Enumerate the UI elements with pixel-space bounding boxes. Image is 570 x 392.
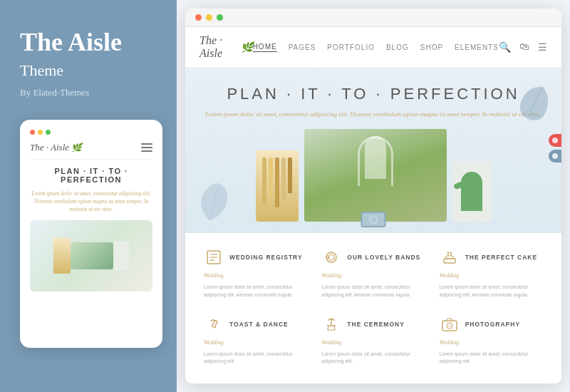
feature-ceremony-desc: Lorem ipsum dolor sit amet, consectetur … xyxy=(321,351,425,366)
hero-ring-image xyxy=(361,212,386,227)
browser-dot-green xyxy=(217,14,223,21)
site-logo: The · Aisle 🌿 xyxy=(200,34,253,60)
hero-section: PLAN · IT · TO · PERFECTION Lorem ipsum … xyxy=(185,68,561,233)
feature-dance-header: TOAST & DANCE xyxy=(204,314,307,334)
mobile-hero-body: Lorem ipsum dolor sit amet, consectetur … xyxy=(30,190,152,214)
mobile-pencils-image xyxy=(53,238,71,274)
feature-photography: PHOTOGRAPHY Wedding Lorem ipsum dolor si… xyxy=(432,309,550,375)
mobile-nav-bar: The · Aisle 🌿 xyxy=(30,142,152,160)
left-panel: The Aisle Theme By Elated-Themes The · A… xyxy=(0,0,177,392)
blue-badge-bottom xyxy=(549,150,561,163)
site-nav-icons: 🔍 🛍 ☰ xyxy=(499,41,547,53)
mobile-hero-headline: PLAN · IT · TO · PERFECTION xyxy=(30,167,152,184)
browser-toolbar xyxy=(185,9,561,27)
nav-link-portfolio[interactable]: PORTFOLIO xyxy=(327,43,375,51)
feature-dance-tag: Wedding xyxy=(204,339,307,346)
mobile-hero-image xyxy=(30,220,152,292)
search-icon[interactable]: 🔍 xyxy=(499,41,511,53)
feature-registry-title: WEDDING REGISTRY xyxy=(229,254,303,261)
hero-images-row xyxy=(200,129,547,222)
feature-bands-tag: Wedding xyxy=(321,272,425,279)
feature-lovely-bands: OUR LOVELY BANDS Wedding Lorem ipsum dol… xyxy=(314,242,432,308)
feature-registry-header: WEDDING REGISTRY xyxy=(204,247,307,267)
mobile-preview-card: The · Aisle 🌿 PLAN · IT · TO · PERFECTIO… xyxy=(20,120,162,348)
dance-icon xyxy=(204,314,224,334)
feature-cake-title: THE PERFECT CAKE xyxy=(465,254,537,261)
feature-photo-desc: Lorem ipsum dolor sit amet, consectetur … xyxy=(440,351,543,366)
red-badge-top xyxy=(549,134,561,147)
bands-icon xyxy=(321,247,341,267)
mobile-site-logo: The · Aisle 🌿 xyxy=(30,142,82,153)
nav-link-elements[interactable]: ELEMENTS xyxy=(455,43,499,51)
mobile-dot-red xyxy=(30,130,35,135)
nav-link-blog[interactable]: BLOG xyxy=(386,43,409,51)
mobile-plant-image xyxy=(113,242,129,270)
feature-bands-title: OUR LOVELY BANDS xyxy=(347,254,420,261)
menu-icon[interactable]: ☰ xyxy=(538,41,547,53)
feature-ceremony-header: THE CEREMONY xyxy=(321,314,425,334)
mobile-main-image xyxy=(71,242,113,269)
svg-rect-9 xyxy=(444,259,455,263)
hero-plant-image xyxy=(452,161,492,222)
feature-cake-tag: Wedding xyxy=(440,272,543,279)
theme-title: The Aisle xyxy=(20,29,157,57)
site-nav-links: HOME PAGES PORTFOLIO BLOG SHOP ELEMENTS xyxy=(253,43,499,52)
svg-point-18 xyxy=(448,324,451,327)
feature-cake-header: THE PERFECT CAKE xyxy=(440,247,543,267)
theme-subtitle: Theme xyxy=(20,61,157,80)
mobile-logo-leaf-icon: 🌿 xyxy=(71,143,82,153)
mobile-window-dots xyxy=(30,130,152,135)
feature-toast-dance: TOAST & DANCE Wedding Lorem ipsum dolor … xyxy=(197,309,314,375)
feature-dance-title: TOAST & DANCE xyxy=(229,321,289,328)
nav-link-home[interactable]: HOME xyxy=(253,43,277,52)
mobile-dot-yellow xyxy=(38,130,43,135)
feature-bands-header: OUR LOVELY BANDS xyxy=(321,247,425,267)
site-logo-leaf-icon: 🌿 xyxy=(241,41,253,53)
nav-link-shop[interactable]: SHOP xyxy=(420,43,443,51)
browser-dot-yellow xyxy=(206,14,212,21)
cart-icon[interactable]: 🛍 xyxy=(519,41,529,53)
ceremony-icon xyxy=(321,314,341,334)
feature-cake-desc: Lorem ipsum dolor sit amet, consectetur … xyxy=(440,284,543,299)
right-panel: The · Aisle 🌿 HOME PAGES PORTFOLIO BLOG … xyxy=(177,0,570,392)
feature-ceremony: THE CEREMONY Wedding Lorem ipsum dolor s… xyxy=(314,309,432,375)
feature-ceremony-title: THE CEREMONY xyxy=(347,321,404,328)
hero-headline: PLAN · IT · TO · PERFECTION xyxy=(200,85,547,103)
feature-photo-tag: Wedding xyxy=(440,339,543,346)
cake-icon xyxy=(440,247,460,267)
registry-icon xyxy=(204,247,224,267)
nav-link-pages[interactable]: PAGES xyxy=(289,43,316,51)
svg-point-0 xyxy=(552,138,558,143)
feature-ceremony-tag: Wedding xyxy=(321,339,425,346)
feature-photo-header: PHOTOGRAPHY xyxy=(440,314,543,334)
photography-icon xyxy=(440,314,460,334)
feature-registry-tag: Wedding xyxy=(204,272,307,279)
mobile-hamburger-icon[interactable] xyxy=(141,143,152,152)
svg-point-13 xyxy=(447,252,448,254)
browser-window: The · Aisle 🌿 HOME PAGES PORTFOLIO BLOG … xyxy=(185,9,561,383)
feature-photo-title: PHOTOGRAPHY xyxy=(465,321,520,328)
svg-point-1 xyxy=(552,153,558,159)
svg-point-14 xyxy=(450,252,451,254)
feature-registry-desc: Lorem ipsum dolor sit amet, consectetur … xyxy=(204,284,307,299)
browser-dot-red xyxy=(195,14,202,21)
feature-dance-desc: Lorem ipsum dolor sit amet, consectetur … xyxy=(204,351,307,366)
svg-point-6 xyxy=(326,252,336,262)
site-navigation: The · Aisle 🌿 HOME PAGES PORTFOLIO BLOG … xyxy=(185,27,561,68)
site-logo-text: The · Aisle xyxy=(200,34,238,60)
hero-main-image xyxy=(304,129,447,222)
features-grid: WEDDING REGISTRY Wedding Lorem ipsum dol… xyxy=(185,233,561,383)
theme-author: By Elated-Themes xyxy=(20,87,157,98)
mobile-dot-green xyxy=(46,130,51,135)
browser-content-area: The · Aisle 🌿 HOME PAGES PORTFOLIO BLOG … xyxy=(185,27,561,383)
hero-pencils-image xyxy=(256,150,299,222)
hero-subtitle: Lorem ipsum dolor sit amet, consectetur … xyxy=(200,109,547,119)
feature-bands-desc: Lorem ipsum dolor sit amet, consectetur … xyxy=(321,284,425,299)
feature-perfect-cake: THE PERFECT CAKE Wedding Lorem ipsum dol… xyxy=(432,242,550,308)
feature-wedding-registry: WEDDING REGISTRY Wedding Lorem ipsum dol… xyxy=(197,242,314,308)
